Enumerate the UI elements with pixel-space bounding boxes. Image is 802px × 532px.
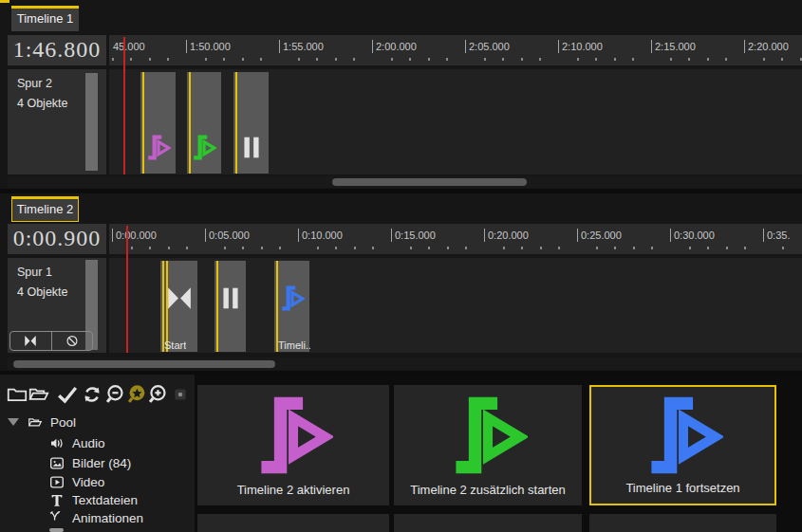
- tree-item-pool[interactable]: Pool: [8, 413, 76, 431]
- tile-label: Timeline 2 zusätzlich starten: [410, 483, 566, 505]
- ruler-tick-label: 0:05.000: [209, 229, 250, 241]
- ruler-major-tick: [279, 40, 280, 53]
- folder-button[interactable]: [7, 384, 28, 409]
- sync-button[interactable]: [82, 384, 103, 409]
- timeline-1-timecode-display: 1:46.800: [8, 35, 106, 65]
- tree-item-label: Bilder (84): [72, 456, 131, 470]
- ruler-minor-tick: [632, 58, 634, 61]
- ruler-tick-label: 2:15.000: [655, 41, 696, 52]
- check-button[interactable]: [57, 384, 78, 409]
- timeline-2-track-header: Spur 1 4 Objekte: [8, 258, 106, 353]
- crossfade-icon: [23, 335, 38, 347]
- ruler-major-tick: [372, 40, 373, 53]
- clip-start-marker: [162, 261, 164, 352]
- clip-start-marker: [142, 72, 144, 174]
- timeline-clip[interactable]: [214, 261, 246, 352]
- folder-open-icon: [28, 384, 49, 405]
- zoom-star-button[interactable]: [126, 384, 147, 409]
- track-object-count: 4 Objekte: [17, 285, 68, 299]
- image-icon: [49, 456, 65, 470]
- command-tile-next-row[interactable]: [589, 514, 776, 532]
- ruler-minor-tick: [298, 58, 300, 61]
- ruler-minor-tick: [725, 58, 727, 61]
- zoom-plus-button[interactable]: [147, 384, 168, 409]
- ruler-minor-tick: [446, 58, 448, 61]
- command-tile-next-row[interactable]: [394, 514, 582, 532]
- ruler-minor-tick: [131, 247, 133, 249]
- ruler-minor-tick: [316, 58, 318, 61]
- ruler-minor-tick: [168, 247, 170, 249]
- command-tiles-area: Timeline 2 aktivieren Timeline 2 zusätzl…: [195, 375, 802, 532]
- timeline-clip-start[interactable]: Start: [160, 261, 197, 352]
- timeline-clip[interactable]: [187, 72, 221, 174]
- track-fader[interactable]: [85, 73, 98, 171]
- ruler-minor-tick: [224, 247, 226, 249]
- timeline-clip-timeli[interactable]: Timeli...: [274, 261, 309, 352]
- ruler-minor-tick: [167, 58, 169, 61]
- timeline-1-playhead[interactable]: [123, 37, 125, 174]
- tile-label: Timeline 1 fortsetzen: [625, 481, 739, 504]
- command-tile-timeline-1-fortsetzen[interactable]: Timeline 1 fortsetzen: [589, 385, 776, 505]
- video-icon: [49, 475, 65, 489]
- blocked-button[interactable]: [51, 332, 93, 350]
- ruler-minor-tick: [317, 247, 319, 249]
- timeline-clip[interactable]: [233, 72, 269, 174]
- ruler-major-tick: [763, 229, 764, 242]
- animation-icon: [49, 511, 65, 525]
- ruler-major-tick: [205, 229, 206, 242]
- record-dot-icon: [174, 388, 187, 401]
- command-tile-next-row[interactable]: [197, 514, 389, 532]
- ruler-tick-label: 0:35.: [767, 229, 790, 241]
- ruler-tick-label: 0:25.000: [581, 229, 622, 241]
- crossfade-button[interactable]: [10, 332, 51, 350]
- timeline-2-playhead[interactable]: [126, 226, 128, 353]
- zoom-minus-button[interactable]: [104, 384, 125, 409]
- clip-label: Start: [164, 339, 186, 351]
- audio-icon: [49, 436, 65, 450]
- ruler-tick-label: 2:05.000: [469, 41, 510, 52]
- ruler-major-tick: [112, 229, 113, 242]
- ruler-minor-tick: [372, 247, 374, 249]
- clip-start-marker: [235, 72, 237, 174]
- record-dot-button[interactable]: [174, 388, 187, 405]
- ruler-minor-tick: [781, 58, 783, 61]
- tree-item-audio[interactable]: Audio: [49, 433, 105, 452]
- timeline-2-ruler[interactable]: 0:00.0000:05.0000:10.0000:15.0000:20.000…: [109, 224, 802, 254]
- command-tile-timeline-2-aktivieren[interactable]: Timeline 2 aktivieren: [197, 385, 389, 505]
- tree-item-bilder-84-[interactable]: Bilder (84): [49, 453, 131, 472]
- tree-item-animationen[interactable]: Animationen: [49, 508, 143, 527]
- tab-timeline-1[interactable]: Timeline 1: [11, 6, 79, 31]
- ruler-tick-label: 2:20.000: [748, 41, 789, 52]
- ruler-minor-tick: [707, 247, 709, 249]
- ruler-minor-tick: [558, 247, 560, 249]
- ruler-minor-tick: [763, 58, 765, 61]
- tree-item-video[interactable]: Video: [49, 472, 104, 491]
- tab-timeline-2[interactable]: Timeline 2: [11, 196, 79, 222]
- check-icon: [57, 384, 78, 405]
- command-tile-timeline-2-zus-tzlich-starten[interactable]: Timeline 2 zusätzlich starten: [394, 385, 582, 505]
- ruler-minor-tick: [689, 247, 691, 249]
- ruler-minor-tick: [595, 58, 597, 61]
- step-play-icon: [145, 135, 171, 160]
- tree-item-textdateien[interactable]: Textdateien: [49, 490, 138, 509]
- ruler-minor-tick: [279, 247, 281, 249]
- ruler-tick-label: 45.000: [113, 41, 145, 52]
- ruler-minor-tick: [242, 58, 244, 61]
- timeline-1-lane[interactable]: [109, 69, 802, 174]
- timeline-clip[interactable]: [140, 72, 176, 174]
- timeline-2-timecode-display: 0:00.900: [8, 224, 106, 254]
- ruler-minor-tick: [539, 58, 541, 61]
- ruler-major-tick: [298, 229, 299, 242]
- ruler-minor-tick: [130, 58, 132, 61]
- ruler-minor-tick: [242, 247, 244, 249]
- text-icon: [49, 493, 65, 507]
- expander-icon[interactable]: [8, 418, 19, 426]
- timeline-1-ruler[interactable]: 45.0001:50.0001:55.0002:00.0002:05.0002:…: [109, 35, 802, 65]
- timeline-1-scrollbar-handle[interactable]: [332, 178, 527, 186]
- folder-open-button[interactable]: [28, 384, 49, 409]
- ruler-minor-tick: [335, 247, 337, 249]
- ruler-minor-tick: [726, 247, 728, 249]
- timeline-2-scrollbar-handle[interactable]: [13, 360, 275, 368]
- timeline-2-lane[interactable]: Start Timeli...: [109, 258, 802, 353]
- ruler-tick-label: 0:30.000: [674, 229, 715, 241]
